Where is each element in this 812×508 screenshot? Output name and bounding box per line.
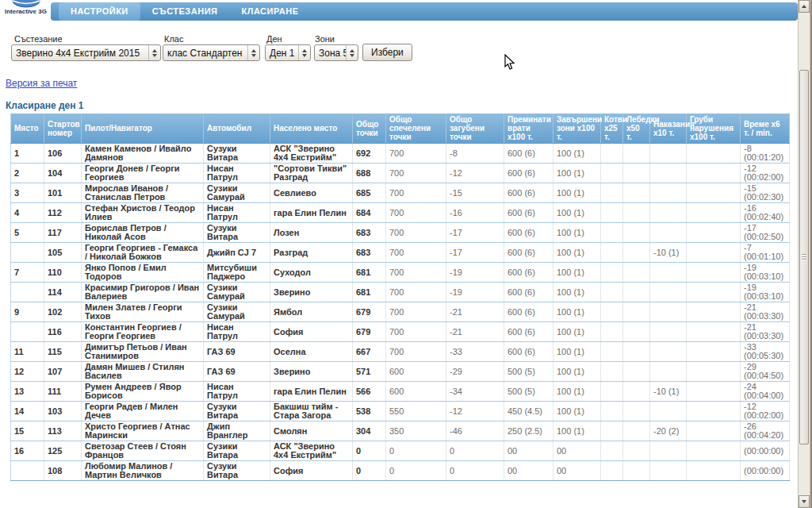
cell-won: 350 xyxy=(386,421,446,441)
cell-winches xyxy=(623,283,650,302)
cell-anchors xyxy=(601,183,623,203)
cell-total: 685 xyxy=(353,183,386,203)
print-version-link[interactable]: Версия за печат xyxy=(6,78,77,89)
cell-won: 700 xyxy=(386,144,446,164)
cell-anchors xyxy=(601,302,623,322)
cell-penalties xyxy=(650,342,687,362)
cell-car: Сузуки Витара xyxy=(204,223,270,243)
cell-zones: 100 (1) xyxy=(553,362,601,382)
day-label: Ден xyxy=(266,34,282,44)
select-spinner-icon xyxy=(148,45,160,60)
cell-gross xyxy=(687,461,741,481)
table-row: 3101Мирослав Иванов / Станислав ПетровСу… xyxy=(11,183,790,203)
cell-anchors xyxy=(601,203,623,223)
cell-town: Суходол xyxy=(270,263,353,283)
scrollbar-thumb[interactable] xyxy=(799,70,809,444)
table-row: 5117Борислав Петров / Николай АсовСузуки… xyxy=(11,223,790,243)
cell-time: -15 (00:02:30) xyxy=(741,183,790,203)
cell-place xyxy=(11,243,44,263)
cell-town: Севлиево xyxy=(270,183,353,203)
cell-gates: 250 (2.5) xyxy=(504,421,553,441)
cell-town: Смолян xyxy=(270,421,353,441)
cell-winches xyxy=(623,164,650,183)
column-header: Груби нарушения x100 т. xyxy=(687,114,741,144)
select-button[interactable]: Избери xyxy=(362,44,412,61)
cell-time: -7 (00:01:10) xyxy=(741,243,790,263)
cell-time: -16 (00:02:40) xyxy=(741,203,790,223)
cell-time: -21 (00:03:30) xyxy=(741,322,790,342)
cell-gross xyxy=(687,243,741,263)
column-header: Общо загубени точки xyxy=(446,114,504,144)
cell-penalties xyxy=(650,283,687,302)
cell-gates: 600 (6) xyxy=(504,144,553,164)
select-spinner-icon xyxy=(346,45,358,60)
cell-time: -8 (00:01:20) xyxy=(741,144,790,164)
cell-gross xyxy=(687,263,741,283)
cell-car: Сузики Самурай xyxy=(204,302,270,322)
cell-total: 566 xyxy=(353,382,386,402)
cell-pilot: Любомир Малинов / Мартин Величков xyxy=(82,461,204,481)
cell-anchors xyxy=(601,461,623,481)
zones-select[interactable]: Зона 5 xyxy=(314,44,358,61)
table-row: 108Любомир Малинов / Мартин ВеличковСузу… xyxy=(11,461,790,481)
cell-car: ГАЗ 69 xyxy=(204,342,270,362)
cell-start: 106 xyxy=(44,144,82,164)
table-row: 105Георги Георгиев - Гемакса / Николай Б… xyxy=(11,243,790,263)
cell-car: ГАЗ 69 xyxy=(204,362,270,382)
class-select[interactable]: клас Стандартен xyxy=(163,44,260,61)
cell-penalties xyxy=(650,302,687,322)
cell-penalties xyxy=(650,402,687,421)
nav-tab-settings[interactable]: НАСТРОЙКИ xyxy=(59,2,140,21)
table-row: 15113Христо Георгиев / Атнас МаринскиДжи… xyxy=(11,421,790,441)
cell-time: -21 (00:03:30) xyxy=(741,302,790,322)
nav-tab-ranking[interactable]: КЛАСИРАНЕ xyxy=(229,2,310,21)
cell-winches xyxy=(623,441,650,461)
table-row: 2104Георги Донев / Георги ГеоргиевНисан … xyxy=(11,164,790,183)
cell-winches xyxy=(623,263,650,283)
cell-town: Бакшиш тийм - Стара Загора xyxy=(270,402,353,421)
cell-time: -12 (00:02:00) xyxy=(741,402,790,421)
cell-gates: 600 (6) xyxy=(504,243,553,263)
cell-lost: -29 xyxy=(446,362,504,382)
cell-town: гара Елин Пелин xyxy=(270,203,353,223)
cell-lost: -12 xyxy=(446,402,504,421)
scroll-up-button[interactable] xyxy=(799,0,810,13)
cell-gates: 00 xyxy=(504,441,553,461)
cell-car: Нисан Патрул xyxy=(204,322,270,342)
cell-time: -29 (00:04:50) xyxy=(741,362,790,382)
cell-car: Нисан Патрул xyxy=(204,382,270,402)
cell-pilot: Георги Донев / Георги Георгиев xyxy=(82,164,204,183)
cell-gates: 450 (4.5) xyxy=(504,402,553,421)
nav-tab-competitions[interactable]: СЪСТЕЗАНИЯ xyxy=(140,2,230,21)
vertical-scrollbar[interactable] xyxy=(798,0,810,508)
scroll-down-button[interactable] xyxy=(799,495,810,508)
cell-total: 681 xyxy=(353,263,386,283)
competition-select[interactable]: Зверино 4x4 Екстрийм 2015 xyxy=(11,44,161,61)
cell-start: 110 xyxy=(44,263,82,283)
cell-won: 700 xyxy=(386,322,446,342)
cell-place: 5 xyxy=(11,223,44,243)
cell-place: 14 xyxy=(11,402,44,421)
cell-place: 1 xyxy=(11,144,44,164)
cell-car: Сузуки Витара xyxy=(204,461,270,481)
cell-winches xyxy=(623,461,650,481)
cell-penalties xyxy=(650,203,687,223)
cell-lost: -8 xyxy=(446,144,504,164)
day-select[interactable]: Ден 1 xyxy=(265,44,311,61)
cell-gross xyxy=(687,421,741,441)
cell-winches xyxy=(623,322,650,342)
table-row: 116Константин Георгиев / Георги Георгиев… xyxy=(11,322,790,342)
cell-total: 692 xyxy=(353,144,386,164)
cell-penalties xyxy=(650,183,687,203)
cell-place xyxy=(11,322,44,342)
cell-penalties: -10 (1) xyxy=(650,243,687,263)
cell-car: Сузуки Витара xyxy=(204,144,270,164)
cell-gates: 600 (6) xyxy=(504,203,553,223)
cell-won: 700 xyxy=(386,243,446,263)
cell-total: 679 xyxy=(353,302,386,322)
cell-town: София xyxy=(270,461,353,481)
cell-zones: 100 (1) xyxy=(553,223,601,243)
cell-time: -19 (00:03:10) xyxy=(741,283,790,302)
cell-gross xyxy=(687,283,741,302)
cell-lost: -34 xyxy=(446,382,504,402)
